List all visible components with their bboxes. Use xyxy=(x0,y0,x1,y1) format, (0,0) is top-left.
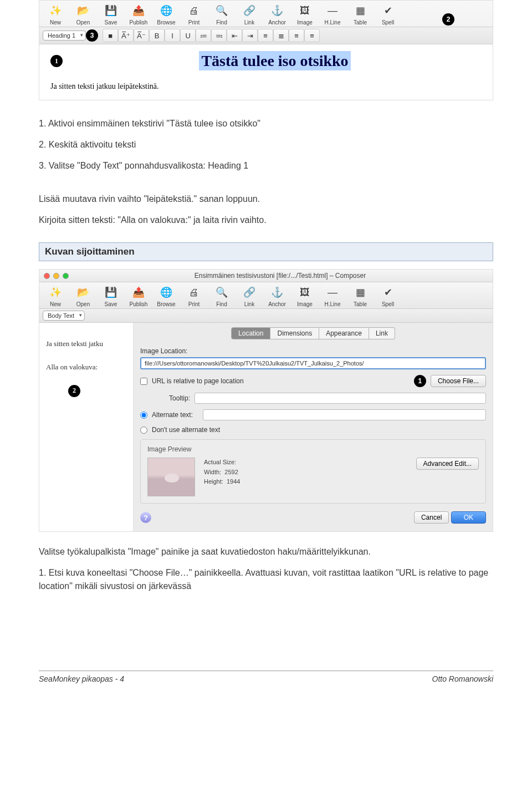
find-button[interactable]: 🔍Find xyxy=(209,3,234,26)
format-button-4[interactable]: I xyxy=(165,29,180,42)
actual-size-label: Actual Size: xyxy=(204,458,240,468)
image-preview-legend: Image Preview xyxy=(147,445,479,453)
image-button[interactable]: 🖼Image xyxy=(292,3,318,26)
print-button[interactable]: 🖨Print xyxy=(181,3,207,26)
editor-screenshot-2: Ensimmäinen testisivustoni [file:/.../Te… xyxy=(39,269,493,532)
format-button-11[interactable]: ≣ xyxy=(273,29,289,42)
instruction-para-4: Valitse työkalupalkista "Image" painike … xyxy=(39,545,493,559)
hline-button[interactable]: —H.Line xyxy=(320,285,345,307)
heading-text-selected[interactable]: Tästä tulee iso otsikko xyxy=(199,51,350,70)
instruction-list-1: 1. Aktivoi ensimmäinen tekstirivi "Tästä… xyxy=(39,117,493,172)
help-icon[interactable]: ? xyxy=(140,512,151,523)
dialog-tabs: LocationDimensionsAppearanceLink xyxy=(140,327,486,339)
callout-marker-1: 1 xyxy=(414,375,426,387)
editor-screenshot-1: ✨New📂Open💾Save📤Publish🌐Browse🖨Print🔍Find… xyxy=(39,0,493,100)
instruction-2: 2. Keskitä aktivoitu teksti xyxy=(39,138,493,151)
tab-link[interactable]: Link xyxy=(369,327,395,339)
footer-left: SeaMonkey pikaopas - 4 xyxy=(39,674,124,683)
zoom-traffic-light[interactable] xyxy=(63,273,69,279)
image-preview-fieldset: Image Preview Actual Size: Width: 2592 H… xyxy=(140,439,486,504)
tab-location[interactable]: Location xyxy=(231,327,270,339)
table-button[interactable]: ▦Table xyxy=(347,3,373,26)
open-button[interactable]: 📂Open xyxy=(70,285,96,307)
print-button[interactable]: 🖨Print xyxy=(181,285,207,307)
main-toolbar: ✨New📂Open💾Save📤Publish🌐Browse🖨Print🔍Find… xyxy=(39,1,493,27)
anchor-button[interactable]: ⚓Anchor xyxy=(264,285,290,307)
format-toolbar: Heading 1 3 ■A̅⁺A̅⁻BIU≔≕⇤⇥≡≣≡≡ 2 xyxy=(39,27,493,44)
find-button[interactable]: 🔍Find xyxy=(209,285,234,307)
close-traffic-light[interactable] xyxy=(44,273,50,279)
image-location-input[interactable] xyxy=(140,357,486,369)
format-button-8[interactable]: ⇤ xyxy=(227,29,242,42)
link-button[interactable]: 🔗Link xyxy=(237,3,262,26)
no-alternate-text-radio[interactable] xyxy=(140,427,147,434)
publish-button[interactable]: 📤Publish xyxy=(126,3,151,26)
format-button-9[interactable]: ⇥ xyxy=(242,29,258,42)
instruction-1: 1. Aktivoi ensimmäinen tekstirivi "Tästä… xyxy=(39,117,493,130)
paragraph-style-select[interactable]: Body Text xyxy=(43,311,85,321)
choose-file-button[interactable]: Choose File... xyxy=(431,375,486,387)
browse-button[interactable]: 🌐Browse xyxy=(154,285,179,307)
hline-button[interactable]: —H.Line xyxy=(320,3,345,26)
url-relative-label: URL is relative to page location xyxy=(152,377,410,385)
format-button-13[interactable]: ≡ xyxy=(304,29,320,42)
format-button-5[interactable]: U xyxy=(180,29,196,42)
height-label: Height: xyxy=(204,478,223,485)
cancel-button[interactable]: Cancel xyxy=(414,511,449,524)
ok-button[interactable]: OK xyxy=(451,511,486,524)
window-titlebar: Ensimmäinen testisivustoni [file:/.../Te… xyxy=(39,270,493,282)
page-footer: SeaMonkey pikaopas - 4 Otto Romanowski xyxy=(39,671,493,683)
minimize-traffic-light[interactable] xyxy=(53,273,59,279)
format-button-1[interactable]: A̅⁺ xyxy=(118,29,134,42)
doc-line-1: Ja sitten teksti jatku xyxy=(46,339,126,348)
format-button-6[interactable]: ≔ xyxy=(196,29,211,42)
url-relative-checkbox[interactable] xyxy=(140,378,147,385)
preview-thumbnail xyxy=(147,458,195,496)
browse-button[interactable]: 🌐Browse xyxy=(154,3,179,26)
image-button[interactable]: 🖼Image xyxy=(292,285,318,307)
format-button-10[interactable]: ≡ xyxy=(258,29,273,42)
table-button[interactable]: ▦Table xyxy=(347,285,373,307)
window-title-text: Ensimmäinen testisivustoni [file:/.../Te… xyxy=(72,272,488,280)
tab-dimensions[interactable]: Dimensions xyxy=(270,327,319,339)
instruction-para-2: Lisää muutava rivin vaihto "leipätekstiä… xyxy=(39,192,493,206)
width-label: Width: xyxy=(204,469,221,475)
document-area: 1 Tästä tulee iso otsikko Ja sitten teks… xyxy=(39,44,493,100)
instruction-3: 3. Valitse "Body Text" ponnahdusvalikost… xyxy=(39,159,493,172)
save-button[interactable]: 💾Save xyxy=(98,3,124,26)
anchor-button[interactable]: ⚓Anchor xyxy=(264,3,290,26)
spell-button[interactable]: ✔Spell xyxy=(375,285,401,307)
no-alternate-text-label: Don't use alternate text xyxy=(152,426,220,434)
link-button[interactable]: 🔗Link xyxy=(237,285,262,307)
format-button-3[interactable]: B xyxy=(149,29,165,42)
format-button-7[interactable]: ≕ xyxy=(211,29,227,42)
alternate-text-input[interactable] xyxy=(203,409,486,420)
tab-appearance[interactable]: Appearance xyxy=(319,327,369,339)
tooltip-input[interactable] xyxy=(195,393,486,404)
section-heading: Kuvan sijoittaminen xyxy=(39,242,493,261)
alternate-text-radio[interactable] xyxy=(140,412,147,419)
height-value: 1944 xyxy=(227,478,240,485)
format-button-12[interactable]: ≡ xyxy=(289,29,304,42)
open-button[interactable]: 📂Open xyxy=(70,3,96,26)
new-button[interactable]: ✨New xyxy=(43,285,68,307)
format-button-2[interactable]: A̅⁻ xyxy=(134,29,149,42)
image-properties-dialog: LocationDimensionsAppearanceLink Image L… xyxy=(134,323,493,531)
instruction-para-5: 1. Etsi kuva koneeltasi "Choose File…" p… xyxy=(39,566,493,593)
save-button[interactable]: 💾Save xyxy=(98,285,124,307)
format-button-0[interactable]: ■ xyxy=(103,29,118,42)
main-toolbar-2: ✨New📂Open💾Save📤Publish🌐Browse🖨Print🔍Find… xyxy=(39,282,493,309)
callout-marker-3: 3 xyxy=(86,29,98,42)
format-toolbar-2: Body Text xyxy=(39,309,493,323)
publish-button[interactable]: 📤Publish xyxy=(126,285,151,307)
tooltip-label: Tooltip: xyxy=(140,394,190,402)
callout-marker-2: 2 xyxy=(68,385,80,397)
width-value: 2592 xyxy=(224,469,238,475)
alternate-text-label: Alternate text: xyxy=(152,411,198,419)
advanced-edit-button[interactable]: Advanced Edit... xyxy=(416,458,479,470)
new-button[interactable]: ✨New xyxy=(43,3,68,26)
image-location-label: Image Location: xyxy=(140,347,486,355)
paragraph-style-select[interactable]: Heading 1 xyxy=(43,31,86,40)
size-info: Actual Size: Width: 2592 Height: 1944 xyxy=(204,458,240,487)
spell-button[interactable]: ✔Spell xyxy=(375,3,401,26)
